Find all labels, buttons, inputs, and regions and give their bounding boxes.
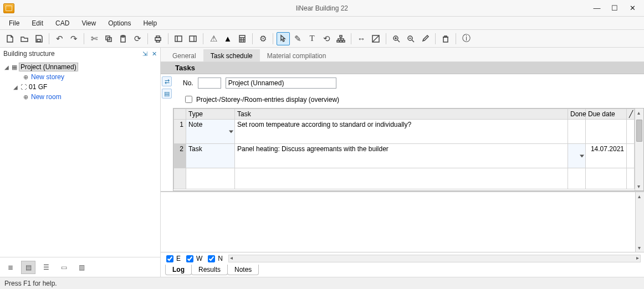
view-list-icon[interactable]: ≣ bbox=[3, 261, 18, 274]
table-row-empty[interactable] bbox=[174, 168, 635, 189]
open-icon[interactable] bbox=[18, 32, 31, 45]
swap-icon[interactable]: ⇄ bbox=[162, 76, 172, 86]
bottom-tabs: Log Results Notes bbox=[161, 265, 644, 277]
app-icon bbox=[3, 3, 14, 13]
tab-notes[interactable]: Notes bbox=[227, 265, 259, 275]
menu-help[interactable]: Help bbox=[138, 18, 163, 28]
view-form-icon[interactable]: ▭ bbox=[57, 261, 71, 274]
overview-checkbox[interactable] bbox=[185, 96, 192, 103]
menu-edit[interactable]: Edit bbox=[26, 18, 49, 28]
tab-general[interactable]: General bbox=[165, 49, 203, 61]
project-name-field[interactable] bbox=[226, 78, 336, 89]
save-icon[interactable] bbox=[32, 32, 45, 45]
detail-tabs: General Task schedule Material compilati… bbox=[161, 48, 644, 62]
col-due[interactable]: Due date bbox=[586, 109, 627, 120]
building-tree[interactable]: ◢ ▦ Project (Unnamed) ⊕ New storey ◢ ⛶ 0… bbox=[0, 60, 160, 257]
view-detail-icon[interactable]: ☰ bbox=[39, 261, 53, 274]
menu-bar: File Edit CAD View Options Help bbox=[0, 17, 644, 30]
menu-view[interactable]: View bbox=[76, 18, 101, 28]
paste-icon[interactable] bbox=[116, 32, 130, 45]
col-task[interactable]: Task bbox=[235, 109, 568, 120]
status-bar: Press F1 for help. bbox=[0, 277, 644, 289]
cell-due[interactable]: 14.07.2021 bbox=[586, 144, 627, 168]
task-no-row: No. bbox=[161, 74, 644, 92]
plus-icon: ⊕ bbox=[21, 94, 30, 101]
log-editor[interactable] bbox=[161, 192, 644, 252]
collapse-icon[interactable]: ◢ bbox=[3, 64, 10, 70]
col-done[interactable]: Done bbox=[568, 109, 586, 120]
menu-file[interactable]: File bbox=[3, 18, 25, 28]
cell-done[interactable] bbox=[568, 144, 586, 168]
col-rownum[interactable] bbox=[174, 109, 186, 120]
left-panel: Building structure ⇲ ✕ ◢ ▦ Project (Unna… bbox=[0, 48, 161, 277]
tree-new-room[interactable]: ⊕ New room bbox=[2, 92, 158, 102]
table-row[interactable]: 2 Task Panel heating: Discuss agreemants… bbox=[174, 144, 635, 168]
col-type[interactable]: Type bbox=[186, 109, 235, 120]
no-label: No. bbox=[183, 79, 193, 87]
cell-done[interactable] bbox=[568, 120, 586, 144]
cell-task[interactable]: Panel heating: Discuss agreemants with t… bbox=[235, 144, 568, 168]
ewn-bar: E W N bbox=[161, 252, 644, 265]
check-n[interactable] bbox=[208, 255, 215, 262]
tab-material[interactable]: Material compilation bbox=[260, 49, 334, 61]
tree-root-label: Project (Unnamed) bbox=[19, 63, 78, 71]
plus-icon: ⊕ bbox=[21, 74, 30, 81]
collapse-icon[interactable]: ◢ bbox=[12, 84, 19, 90]
right-panel: General Task schedule Material compilati… bbox=[161, 48, 644, 277]
no-field[interactable] bbox=[198, 78, 221, 89]
refresh-icon[interactable]: ⟳ bbox=[131, 32, 144, 45]
sheet-icon[interactable]: ▤ bbox=[162, 89, 172, 99]
cell-x bbox=[627, 120, 635, 144]
cell-type[interactable]: Task bbox=[186, 144, 235, 168]
redo-icon[interactable]: ↷ bbox=[67, 32, 80, 45]
copy-icon[interactable] bbox=[102, 32, 115, 45]
cell-due[interactable] bbox=[586, 120, 627, 144]
window-title: liNear Building 22 bbox=[296, 4, 348, 12]
menu-options[interactable]: Options bbox=[103, 18, 136, 28]
close-button[interactable]: ✕ bbox=[627, 3, 637, 13]
task-table[interactable]: Type Task Done Due date ╱ 1 Note Set roo… bbox=[173, 108, 644, 191]
cell-task[interactable]: Set room tempeature according to standar… bbox=[235, 120, 568, 144]
cut-icon[interactable]: ✄ bbox=[88, 32, 101, 45]
building-icon: ▦ bbox=[10, 64, 19, 71]
cell-x bbox=[627, 144, 635, 168]
tree-project-root[interactable]: ◢ ▦ Project (Unnamed) bbox=[2, 62, 158, 72]
check-w[interactable] bbox=[186, 255, 193, 262]
row-number: 2 bbox=[174, 144, 186, 168]
row-number: 1 bbox=[174, 120, 186, 144]
svg-rect-7 bbox=[156, 40, 160, 42]
svg-rect-0 bbox=[37, 39, 40, 42]
maximize-button[interactable]: ☐ bbox=[610, 3, 620, 13]
menu-cad[interactable]: CAD bbox=[50, 18, 75, 28]
close-panel-icon[interactable]: ✕ bbox=[152, 50, 157, 58]
section-title: Tasks bbox=[161, 62, 644, 74]
check-e[interactable] bbox=[166, 255, 173, 262]
view-headers-icon[interactable]: ▥ bbox=[74, 261, 89, 274]
tab-results[interactable]: Results bbox=[191, 265, 228, 275]
col-sort[interactable]: ╱ bbox=[627, 109, 635, 120]
editor-hscroll[interactable] bbox=[228, 255, 641, 262]
left-panel-title: Building structure bbox=[3, 50, 55, 58]
layer-icon: ⛶ bbox=[19, 84, 28, 90]
overview-check-row: Project-/Storey-/Room-entries display (o… bbox=[161, 92, 644, 108]
title-bar: liNear Building 22 — ☐ ✕ bbox=[0, 0, 644, 17]
left-viewbar: ≣ ▤ ☰ ▭ ▥ bbox=[0, 257, 160, 277]
editor-vscroll[interactable] bbox=[635, 192, 644, 252]
minimize-button[interactable]: — bbox=[592, 3, 602, 13]
view-card-icon[interactable]: ▤ bbox=[21, 261, 35, 274]
undo-icon[interactable]: ↶ bbox=[53, 32, 66, 45]
tree-node-01gf[interactable]: ◢ ⛶ 01 GF bbox=[2, 82, 158, 92]
pin-icon[interactable]: ⇲ bbox=[142, 50, 147, 58]
left-panel-header: Building structure ⇲ ✕ bbox=[0, 48, 160, 60]
table-vscroll[interactable] bbox=[635, 109, 643, 190]
tasks-upper: ⇄ ▤ No. Project-/Storey-/Room-entries di… bbox=[161, 74, 644, 192]
svg-rect-6 bbox=[156, 36, 160, 38]
new-icon[interactable] bbox=[3, 32, 17, 45]
tab-task-schedule[interactable]: Task schedule bbox=[203, 49, 260, 61]
table-row[interactable]: 1 Note Set room tempeature according to … bbox=[174, 120, 635, 144]
tree-new-storey[interactable]: ⊕ New storey bbox=[2, 72, 158, 82]
tasks-lower: E W N Log Results Notes bbox=[161, 192, 644, 277]
tab-log[interactable]: Log bbox=[165, 265, 192, 275]
status-text: Press F1 for help. bbox=[4, 280, 57, 287]
cell-type[interactable]: Note bbox=[186, 120, 235, 144]
